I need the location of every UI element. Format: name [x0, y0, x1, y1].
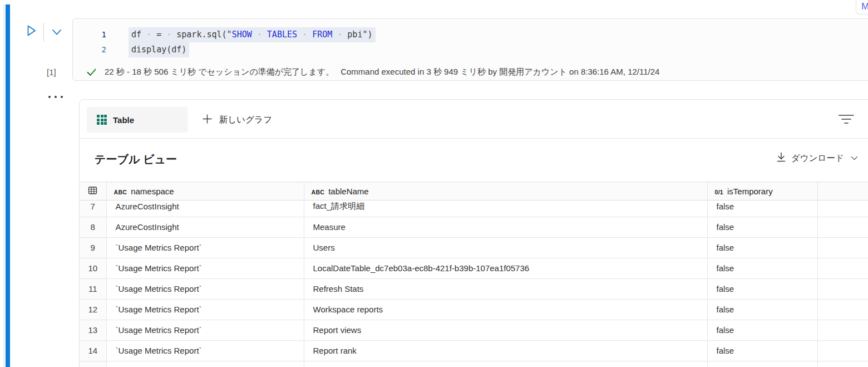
execution-count: [1]	[47, 67, 56, 77]
cell-empty	[817, 258, 868, 278]
new-chart-button[interactable]: 新しいグラフ	[199, 107, 275, 133]
download-button[interactable]: ダウンロード	[776, 152, 858, 165]
cell-empty	[817, 237, 868, 258]
column-name: isTemporary	[727, 187, 773, 196]
run-cell-button[interactable]	[23, 23, 39, 39]
table-row[interactable]: 12`Usage Metrics Report`Workspace report…	[80, 299, 868, 320]
cell-istemporary: false	[707, 299, 817, 320]
cell-status-bar: 22 秒 - 18 秒 506 ミリ秒 でセッションの準備が完了します。 Com…	[73, 67, 867, 77]
table-row[interactable]: 8AzureCostInsightMeasurefalse	[80, 217, 868, 237]
cell-namespace	[106, 361, 304, 367]
dot-icon	[55, 96, 57, 98]
table-row[interactable]: 7AzureCostInsightfact_請求明細false	[80, 200, 868, 217]
table-icon	[88, 187, 97, 197]
column-header-istemporary[interactable]: 0/1isTemporary	[707, 182, 817, 200]
row-number: 14	[80, 340, 106, 361]
filter-icon	[839, 114, 854, 126]
code-editor[interactable]: 1df · = · spark.sql("SHOW · TABLES · FRO…	[73, 27, 868, 57]
download-icon	[776, 152, 786, 165]
cell-empty	[817, 200, 868, 217]
run-options-button[interactable]	[49, 26, 65, 40]
code-cell[interactable]: 1df · = · spark.sql("SHOW · TABLES · FRO…	[72, 18, 868, 81]
cell-empty	[817, 361, 868, 367]
cell-istemporary: false	[707, 320, 817, 340]
cell-namespace: `Usage Metrics Report`	[106, 340, 304, 361]
row-number: 10	[80, 258, 106, 278]
tab-table[interactable]: Table	[87, 107, 188, 133]
table-row[interactable]: 10`Usage Metrics Report`LocalDateTable_d…	[80, 258, 868, 278]
row-number: 9	[80, 237, 106, 258]
gutter-divider	[4, 4, 4, 367]
table-body-viewport[interactable]: 7AzureCostInsightfact_請求明細false8AzureCos…	[80, 200, 868, 367]
type-badge: 0/1	[715, 189, 724, 195]
cell-istemporary	[707, 361, 817, 367]
column-header-tablename[interactable]: ABCtableName	[304, 182, 707, 200]
cell-tablename: Report rank	[304, 340, 707, 361]
cell-tablename: LocalDateTable_dc7eb03a-ec8b-421f-b39b-1…	[304, 258, 707, 278]
cell-istemporary: false	[707, 340, 817, 361]
row-number: 11	[80, 278, 106, 299]
table-grid-icon	[97, 115, 107, 125]
chevron-down-icon	[851, 156, 858, 161]
cell-namespace: `Usage Metrics Report`	[106, 237, 304, 258]
play-icon	[24, 23, 38, 40]
top-right-partial-label: M	[861, 1, 868, 12]
row-number: 8	[80, 217, 106, 237]
cell-tablename: Report views	[304, 320, 707, 340]
table-row[interactable]: 9`Usage Metrics Report`Usersfalse	[80, 237, 868, 258]
table-view-header: テーブル ビュー ダウンロード	[80, 139, 868, 182]
cell-empty	[817, 217, 868, 237]
code-text: display(df)	[129, 42, 189, 57]
success-check-icon	[86, 68, 97, 77]
session-status-text: 22 秒 - 18 秒 506 ミリ秒 でセッションの準備が完了します。	[105, 67, 334, 77]
row-number: 7	[80, 200, 106, 217]
plus-icon	[202, 114, 213, 126]
execution-status-text: Command executed in 3 秒 949 ミリ秒 by 開発用アカ…	[341, 67, 659, 77]
table-header-row: ABCnamespace ABCtableName 0/1isTemporary	[80, 182, 868, 200]
column-header-namespace[interactable]: ABCnamespace	[106, 182, 304, 200]
filter-button[interactable]	[836, 111, 856, 129]
new-chart-label: 新しいグラフ	[219, 114, 272, 126]
code-line[interactable]: 1df · = · spark.sql("SHOW · TABLES · FRO…	[73, 27, 868, 42]
chevron-down-icon	[51, 28, 63, 38]
cell-empty	[817, 299, 868, 320]
cell-istemporary: false	[707, 200, 817, 217]
type-badge: ABC	[114, 189, 127, 195]
cell-namespace: `Usage Metrics Report`	[106, 299, 304, 320]
code-text: df · = · spark.sql("SHOW · TABLES · FROM…	[129, 27, 376, 42]
line-number: 1	[73, 27, 106, 42]
result-table-body: 7AzureCostInsightfact_請求明細false8AzureCos…	[80, 200, 868, 367]
cell-more-options-button[interactable]	[48, 96, 63, 98]
toolbar-divider	[43, 23, 44, 42]
type-badge: ABC	[312, 189, 325, 195]
row-number: 13	[80, 320, 106, 340]
column-name: namespace	[131, 187, 174, 196]
table-row[interactable]: 11`Usage Metrics Report`Refresh Statsfal…	[80, 278, 868, 299]
table-icon-header[interactable]	[80, 182, 106, 200]
cell-tablename: Measure	[304, 217, 707, 237]
download-label: ダウンロード	[791, 153, 844, 164]
top-right-partial-button[interactable]: M	[856, 0, 868, 14]
cell-istemporary: false	[707, 237, 817, 258]
row-number: 12	[80, 299, 106, 320]
code-line[interactable]: 2display(df)	[73, 42, 868, 57]
table-row[interactable]	[80, 361, 868, 367]
dot-icon	[61, 96, 63, 98]
cell-tablename: fact_請求明細	[304, 200, 707, 217]
cell-empty	[817, 320, 868, 340]
cell-istemporary: false	[707, 217, 817, 237]
cell-namespace: `Usage Metrics Report`	[106, 320, 304, 340]
cell-tablename: Refresh Stats	[304, 278, 707, 299]
table-row[interactable]: 14`Usage Metrics Report`Report rankfalse	[80, 340, 868, 361]
result-table: ABCnamespace ABCtableName 0/1isTemporary…	[80, 182, 868, 367]
result-table-head: ABCnamespace ABCtableName 0/1isTemporary	[80, 182, 868, 200]
cell-istemporary: false	[707, 278, 817, 299]
row-number	[80, 361, 106, 367]
active-cell-indicator	[6, 4, 10, 367]
cell-empty	[817, 340, 868, 361]
cell-output-panel: Table 新しいグラフ テーブル ビュー ダウンロード	[79, 99, 868, 367]
cell-namespace: AzureCostInsight	[106, 200, 304, 217]
table-row[interactable]: 13`Usage Metrics Report`Report viewsfals…	[80, 320, 868, 340]
cell-namespace: AzureCostInsight	[106, 217, 304, 237]
cell-empty	[817, 278, 868, 299]
